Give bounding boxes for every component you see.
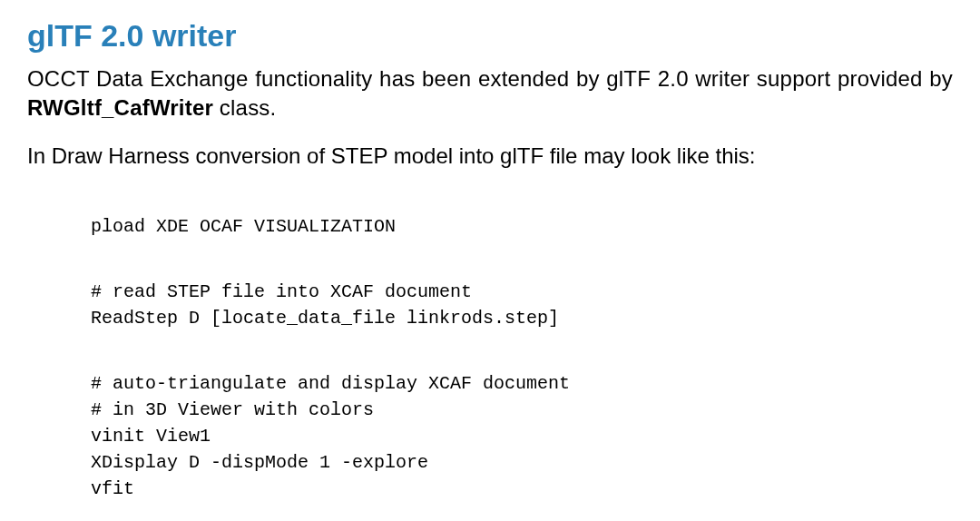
section-heading: glTF 2.0 writer: [27, 18, 953, 54]
code-line: # read STEP file into XCAF document: [91, 281, 472, 302]
code-block: pload XDE OCAF VISUALIZATION # read STEP…: [27, 187, 953, 521]
code-group-2: # read STEP file into XCAF document Read…: [91, 279, 953, 331]
para1-text-after: class.: [213, 95, 276, 120]
code-line: vfit: [91, 478, 134, 499]
para1-text-before: OCCT Data Exchange functionality has bee…: [27, 66, 953, 91]
para1-class-name: RWGltf_CafWriter: [27, 95, 213, 120]
code-line: # in 3D Viewer with colors: [91, 399, 374, 420]
code-line: ReadStep D [locate_data_file linkrods.st…: [91, 308, 559, 329]
code-group-3: # auto-triangulate and display XCAF docu…: [91, 370, 953, 502]
code-line: vinit View1: [91, 426, 211, 447]
code-line: # auto-triangulate and display XCAF docu…: [91, 373, 570, 394]
code-line: pload XDE OCAF VISUALIZATION: [91, 216, 396, 237]
intro-paragraph: OCCT Data Exchange functionality has bee…: [27, 64, 953, 123]
code-group-1: pload XDE OCAF VISUALIZATION: [91, 213, 953, 240]
code-line: XDisplay D -dispMode 1 -explore: [91, 452, 428, 473]
example-intro-paragraph: In Draw Harness conversion of STEP model…: [27, 142, 953, 171]
